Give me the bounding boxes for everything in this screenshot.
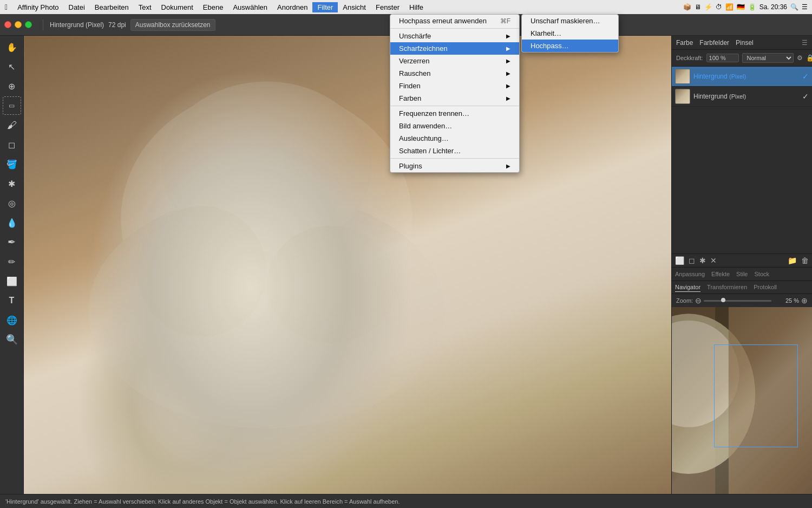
effects-icon[interactable]: ✱ bbox=[699, 256, 706, 265]
statusbar: 'Hintergrund' ausgewählt. Ziehen = Auswa… bbox=[0, 494, 812, 508]
menubar-time: Sa. 20:36 bbox=[759, 3, 787, 11]
menubar-screen-icon: 🖥 bbox=[695, 3, 701, 11]
tab-pinsel[interactable]: Pinsel bbox=[736, 39, 754, 47]
menu-dokument[interactable]: Dokument bbox=[156, 2, 198, 12]
zoom-in-button[interactable]: ⊕ bbox=[801, 296, 808, 305]
menu-auswaehlen[interactable]: Auswählen bbox=[228, 2, 272, 12]
menu-ansicht[interactable]: Ansicht bbox=[338, 2, 371, 12]
menubar-search-icon[interactable]: 🔍 bbox=[790, 3, 798, 11]
opacity-input[interactable] bbox=[706, 54, 739, 62]
menu-anordnen[interactable]: Anordnen bbox=[272, 2, 312, 12]
menu-scharfzeichnen[interactable]: Scharfzeichnen ▶ bbox=[390, 42, 519, 55]
close-button[interactable] bbox=[4, 21, 11, 28]
reset-selection-button[interactable]: Auswahlbox zurücksetzen bbox=[130, 19, 215, 31]
menu-verzerren[interactable]: Verzerren ▶ bbox=[390, 55, 519, 67]
tab-stile[interactable]: Stile bbox=[736, 270, 748, 278]
zoom-row: Zoom: ⊖ 25 % ⊕ bbox=[672, 294, 812, 307]
tab-farbe[interactable]: Farbe bbox=[676, 39, 693, 47]
layer-visibility-check[interactable]: ✓ bbox=[802, 72, 809, 81]
zoom-out-button[interactable]: ⊖ bbox=[695, 296, 702, 305]
svg-point-3 bbox=[137, 206, 266, 337]
menubar-list-icon[interactable]: ☰ bbox=[802, 3, 808, 11]
menu-plugins[interactable]: Plugins ▶ bbox=[390, 160, 519, 172]
menu-bearbeiten[interactable]: Bearbeiten bbox=[90, 2, 134, 12]
layer-item-hintergrund-pixel[interactable]: Hintergrund (Pixel) ✓ bbox=[672, 67, 812, 87]
layer-settings-icon[interactable]: ⚙ bbox=[797, 54, 803, 62]
canvas-area bbox=[24, 36, 671, 494]
shape-tool-button[interactable]: ⬜ bbox=[3, 272, 21, 290]
menu-filter[interactable]: Filter bbox=[312, 2, 338, 12]
menu-ebene[interactable]: Ebene bbox=[198, 2, 228, 12]
add-layer-icon[interactable]: ⬜ bbox=[675, 256, 684, 265]
menu-hochpass-erneut[interactable]: Hochpass erneut anwenden ⌘F bbox=[390, 15, 519, 27]
menubar-bluetooth-icon: ⚡ bbox=[704, 3, 712, 11]
pixel-layer-label: Hintergrund (Pixel) bbox=[50, 21, 104, 29]
menu-affinity-photo[interactable]: Affinity Photo bbox=[12, 2, 63, 12]
mask-icon[interactable]: ◻ bbox=[689, 256, 695, 265]
menu-item-label: Unschärfe bbox=[399, 32, 431, 40]
macro-tool-button[interactable]: 🌐 bbox=[3, 311, 21, 329]
menu-schatten-lichter[interactable]: Schatten / Lichter… bbox=[390, 145, 519, 157]
menu-rauschen[interactable]: Rauschen ▶ bbox=[390, 67, 519, 80]
menu-item-label: Frequenzen trennen… bbox=[399, 109, 469, 118]
pen-tool-button[interactable]: ✏ bbox=[3, 252, 21, 271]
menu-fenster[interactable]: Fenster bbox=[371, 2, 404, 12]
zoom-tool-button[interactable]: 🔍 bbox=[3, 330, 21, 349]
submenu-hochpass[interactable]: Hochpass… bbox=[522, 40, 618, 52]
layers-panel: Hintergrund (Pixel) ✓ Hintergrund (Pixel… bbox=[672, 67, 812, 253]
layer-item-hintergrund[interactable]: Hintergrund (Pixel) ✓ bbox=[672, 87, 812, 107]
zoom-slider[interactable] bbox=[704, 300, 771, 302]
panel-options-icon[interactable]: ☰ bbox=[802, 39, 808, 47]
menu-separator-1 bbox=[390, 28, 519, 29]
tab-transformieren[interactable]: Transformieren bbox=[707, 283, 747, 292]
menu-hilfe[interactable]: Hilfe bbox=[404, 2, 428, 12]
tab-navigator[interactable]: Navigator bbox=[675, 283, 700, 292]
scharfzeichnen-submenu: Unscharf maskieren… Klarheit… Hochpass… bbox=[521, 14, 619, 53]
selection-tool-button[interactable]: ▭ bbox=[3, 96, 21, 115]
brush-tool-button[interactable]: ✒ bbox=[3, 233, 21, 251]
menu-unscharfe[interactable]: Unschärfe ▶ bbox=[390, 30, 519, 42]
submenu-arrow: ▶ bbox=[506, 33, 510, 39]
paint-tool-button[interactable]: 🖌 bbox=[3, 116, 21, 134]
tab-stock[interactable]: Stock bbox=[755, 270, 770, 278]
crop-tool-button[interactable]: ⊕ bbox=[3, 77, 21, 95]
menu-bild-anwenden[interactable]: Bild anwenden… bbox=[390, 120, 519, 132]
adjustment-icon[interactable]: ✕ bbox=[710, 256, 717, 265]
submenu-klarheit[interactable]: Klarheit… bbox=[522, 27, 618, 40]
tab-effekte[interactable]: Effekte bbox=[711, 270, 730, 278]
erase-tool-button[interactable]: ◻ bbox=[3, 135, 21, 154]
clone-tool-button[interactable]: ✱ bbox=[3, 174, 21, 193]
apple-menu[interactable]:  bbox=[0, 2, 12, 12]
menubar-flag-icon: 🇩🇪 bbox=[737, 3, 745, 11]
tab-farbfelder[interactable]: Farbfelder bbox=[699, 39, 729, 47]
menu-text[interactable]: Text bbox=[134, 2, 156, 12]
menu-frequenzen[interactable]: Frequenzen trennen… bbox=[390, 107, 519, 120]
retouch-tool-button[interactable]: ◎ bbox=[3, 194, 21, 212]
delete-layer-icon[interactable]: 🗑 bbox=[801, 256, 809, 265]
layer-icons-bar: ⬜ ◻ ✱ ✕ 📁 🗑 bbox=[672, 253, 812, 268]
menu-farben[interactable]: Farben ▶ bbox=[390, 92, 519, 105]
zoom-thumb[interactable] bbox=[721, 298, 725, 302]
blur-tool-button[interactable]: 💧 bbox=[3, 213, 21, 232]
submenu-unscharf-maskieren[interactable]: Unscharf maskieren… bbox=[522, 15, 618, 27]
text-tool-button[interactable]: T bbox=[3, 291, 21, 310]
menu-finden[interactable]: Finden ▶ bbox=[390, 80, 519, 92]
submenu-item-label: Hochpass… bbox=[531, 42, 569, 50]
minimize-button[interactable] bbox=[15, 21, 22, 28]
group-icon[interactable]: 📁 bbox=[788, 256, 797, 265]
tab-protokoll[interactable]: Protokoll bbox=[754, 283, 777, 292]
hand-tool-button[interactable]: ✋ bbox=[3, 38, 21, 56]
blend-mode-select[interactable]: Normal Multiplizieren Bildschirm Überlag… bbox=[742, 53, 794, 63]
right-panel-top-tabs: Farbe Farbfelder Pinsel ☰ bbox=[672, 36, 812, 50]
layer-visibility-check-2[interactable]: ✓ bbox=[802, 92, 809, 101]
lock-icon[interactable]: 🔒 bbox=[806, 54, 812, 62]
tab-anpassung[interactable]: Anpassung bbox=[675, 270, 705, 278]
menu-ausleuchtung[interactable]: Ausleuchtung… bbox=[390, 132, 519, 145]
menu-item-label: Bild anwenden… bbox=[399, 122, 452, 130]
menu-separator-2 bbox=[390, 106, 519, 106]
move-tool-button[interactable]: ↖ bbox=[3, 57, 21, 76]
dodge-tool-button[interactable]: 🪣 bbox=[3, 155, 21, 173]
submenu-arrow: ▶ bbox=[506, 163, 510, 169]
maximize-button[interactable] bbox=[25, 21, 32, 28]
menu-datei[interactable]: Datei bbox=[64, 2, 90, 12]
